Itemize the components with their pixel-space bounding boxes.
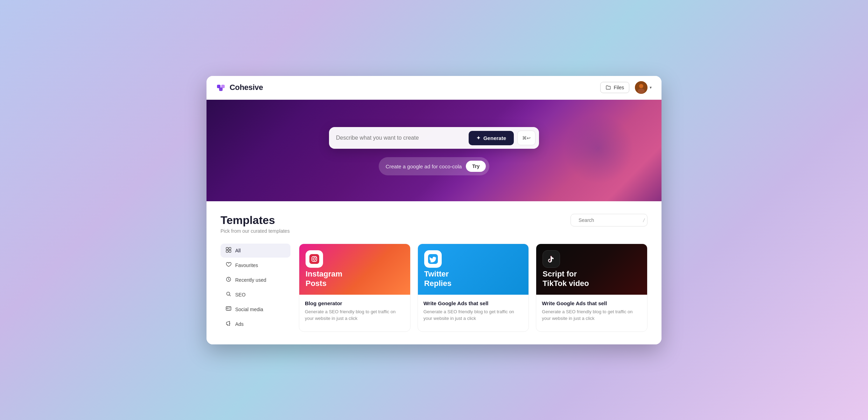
tiktok-card-subtitle: Write Google Ads that sell	[542, 300, 642, 306]
header-right: Files ▾	[600, 81, 652, 94]
svg-point-18	[316, 257, 316, 257]
svg-point-4	[639, 84, 643, 88]
instagram-card-subtitle: Blog generator	[305, 300, 405, 306]
seo-icon	[225, 291, 232, 298]
tiktok-card-body: Write Google Ads that sell Generate a SE…	[536, 295, 647, 328]
tiktok-banner: Script forTikTok video	[536, 244, 647, 295]
sidebar-favourites-label: Favourites	[235, 262, 258, 268]
sidebar: All Favourites	[220, 244, 290, 332]
instagram-card-title: InstagramPosts	[306, 269, 342, 288]
sidebar-item-seo[interactable]: SEO	[220, 288, 290, 302]
twitter-card-desc: Generate a SEO friendly blog to get traf…	[424, 308, 523, 322]
svg-rect-7	[226, 247, 228, 250]
twitter-platform-icon	[424, 250, 442, 268]
social-media-icon	[225, 306, 232, 313]
tiktok-icon-wrap	[542, 250, 560, 271]
templates-grid: InstagramPosts Blog generator Generate a…	[299, 244, 648, 332]
twitter-card-title: TwitterReplies	[424, 269, 451, 288]
app-name: Cohesive	[230, 83, 263, 92]
instagram-card-desc: Generate a SEO friendly blog to get traf…	[305, 308, 405, 322]
template-card-twitter[interactable]: TwitterReplies Write Google Ads that sel…	[418, 244, 529, 332]
sidebar-seo-label: SEO	[235, 292, 246, 298]
sidebar-item-ads[interactable]: Ads	[220, 317, 290, 331]
templates-search-input[interactable]	[579, 217, 640, 223]
keyboard-shortcut: ⌘↩	[517, 131, 536, 145]
sidebar-social-media-label: Social media	[235, 307, 263, 312]
generate-button[interactable]: ✦ Generate	[469, 131, 514, 145]
svg-rect-9	[226, 250, 228, 252]
sidebar-item-all[interactable]: All	[220, 244, 290, 258]
twitter-card-subtitle: Write Google Ads that sell	[424, 300, 523, 306]
instagram-card-body: Blog generator Generate a SEO friendly b…	[299, 295, 410, 328]
instagram-banner: InstagramPosts	[299, 244, 410, 295]
svg-rect-10	[229, 250, 231, 252]
svg-rect-8	[229, 247, 231, 250]
svg-point-14	[227, 308, 228, 309]
heart-icon	[225, 262, 232, 269]
svg-rect-15	[309, 254, 319, 264]
sidebar-all-label: All	[235, 248, 241, 253]
svg-rect-2	[219, 88, 223, 91]
tiktok-card-desc: Generate a SEO friendly blog to get traf…	[542, 308, 642, 322]
app-window: Cohesive Files ▾	[206, 76, 662, 344]
chevron-down-icon: ▾	[650, 85, 652, 90]
tiktok-card-title: Script forTikTok video	[542, 269, 589, 288]
hero-search-input[interactable]	[336, 135, 465, 141]
template-card-instagram[interactable]: InstagramPosts Blog generator Generate a…	[299, 244, 411, 332]
search-slash: /	[643, 217, 645, 223]
suggestion-pill: Create a google ad for coco-cola Try	[379, 157, 490, 175]
templates-title: Templates	[220, 214, 290, 227]
cohesive-logo-icon	[216, 83, 226, 92]
user-avatar-image	[635, 81, 648, 94]
ads-icon	[225, 321, 232, 328]
sidebar-item-favourites[interactable]: Favourites	[220, 258, 290, 272]
logo-area: Cohesive	[216, 83, 263, 92]
hero-search-container: ✦ Generate ⌘↩	[329, 127, 539, 149]
folder-icon	[606, 85, 611, 90]
tiktok-platform-icon	[542, 250, 560, 268]
user-menu[interactable]: ▾	[635, 81, 652, 94]
main-content: Templates Pick from our curated template…	[206, 201, 662, 344]
suggestion-text: Create a google ad for coco-cola	[386, 163, 462, 169]
sidebar-item-social-media[interactable]: Social media	[220, 302, 290, 316]
avatar	[635, 81, 648, 94]
sidebar-item-recently-used[interactable]: Recently used	[220, 273, 290, 287]
try-button[interactable]: Try	[466, 161, 486, 172]
templates-header: Templates Pick from our curated template…	[220, 214, 648, 234]
templates-search-box: /	[570, 214, 648, 226]
templates-subtitle: Pick from our curated templates	[220, 228, 290, 234]
twitter-banner: TwitterReplies	[418, 244, 529, 295]
all-icon	[225, 247, 232, 254]
hero-banner: ✦ Generate ⌘↩ Create a google ad for coc…	[206, 100, 662, 201]
content-layout: All Favourites	[220, 244, 648, 332]
sparkle-icon: ✦	[476, 135, 481, 141]
instagram-platform-icon	[306, 250, 323, 268]
twitter-card-body: Write Google Ads that sell Generate a SE…	[418, 295, 529, 328]
files-button[interactable]: Files	[600, 82, 629, 93]
twitter-icon-wrap	[424, 250, 442, 271]
sidebar-ads-label: Ads	[235, 321, 244, 327]
instagram-icon-wrap	[306, 250, 323, 271]
svg-point-5	[638, 89, 645, 93]
sidebar-recently-used-label: Recently used	[235, 277, 266, 283]
templates-title-area: Templates Pick from our curated template…	[220, 214, 290, 234]
clock-icon	[225, 276, 232, 284]
template-card-tiktok[interactable]: Script forTikTok video Write Google Ads …	[536, 244, 648, 332]
header: Cohesive Files ▾	[206, 76, 662, 100]
